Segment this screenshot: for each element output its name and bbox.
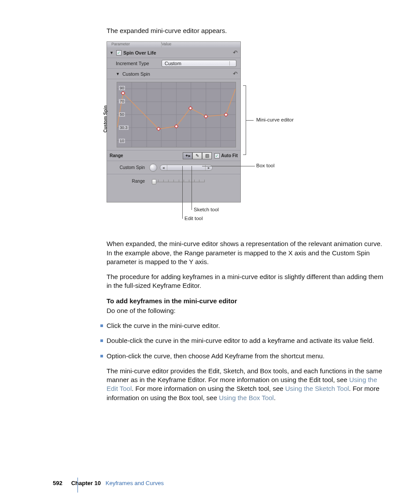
ytick: 50 <box>119 112 125 117</box>
svg-marker-16 <box>204 115 208 118</box>
increment-type-label: Increment Type <box>116 61 149 66</box>
custom-spin-control-row: Custom Spin ◂ ▸ <box>107 161 240 174</box>
list-item: Double-click the curve in the mini-curve… <box>100 336 388 345</box>
section-heading: To add keyframes in the mini-curve edito… <box>107 297 388 305</box>
header-parameter: Parameter <box>110 42 162 48</box>
reset-icon[interactable]: ↶ <box>233 49 238 56</box>
body-paragraph-2: The procedure for adding keyframes in a … <box>107 272 388 291</box>
callout-sketch-tool: Sketch tool <box>194 207 219 212</box>
callout-box-tool: Box tool <box>256 163 275 168</box>
edit-tool-button[interactable]: ✦▸ <box>183 152 192 159</box>
range-control-row: Range <box>107 174 240 188</box>
figure: Parameter Value ▼ ✓ Spin Over Life ↶ Inc… <box>107 41 388 226</box>
body-paragraph-1: When expanded, the mini-curve editor sho… <box>107 239 388 266</box>
bullet-icon <box>100 339 103 342</box>
ytick: 30.3 <box>119 125 129 130</box>
y-axis-label: Custom Spin <box>103 106 108 133</box>
curve-plot-area[interactable]: Custom Spin <box>107 79 240 151</box>
range-row-label: Range <box>110 179 149 184</box>
custom-spin-label: Custom Spin <box>122 71 150 77</box>
header-value: Value <box>162 42 171 48</box>
curve-plot[interactable]: 90 70 50 30.3 10 <box>117 82 236 147</box>
mini-curve-editor-panel: Parameter Value ▼ ✓ Spin Over Life ↶ Inc… <box>107 41 241 202</box>
bullet-icon <box>100 324 103 327</box>
reset-icon[interactable]: ↶ <box>233 70 238 77</box>
range-slider[interactable] <box>152 178 205 184</box>
row-spin-over-life[interactable]: ▼ ✓ Spin Over Life ↶ <box>107 48 240 58</box>
page-footer: 592 Chapter 10 Keyframes and Curves <box>53 480 164 486</box>
spin-over-life-label: Spin Over Life <box>123 50 156 55</box>
list-item: Click the curve in the mini-curve editor… <box>100 321 388 330</box>
page-number: 592 <box>53 480 63 486</box>
section-subheading: Do one of the following: <box>107 306 388 315</box>
ytick: 70 <box>119 99 125 103</box>
increment-type-select[interactable]: Custom <box>162 60 236 67</box>
callout-edit-tool: Edit tool <box>184 216 203 221</box>
body-paragraph-3: The mini-curve editor provides the Edit,… <box>107 367 388 402</box>
increment-type-value: Custom <box>165 61 181 66</box>
list-item: Option-click the curve, then choose Add … <box>100 352 388 361</box>
ytick: 90 <box>119 86 125 90</box>
auto-fit-label: Auto Fit <box>221 153 238 158</box>
custom-spin-row-label: Custom Spin <box>110 165 149 170</box>
panel-header: Parameter Value <box>107 42 240 48</box>
callout-mini-curve: Mini-curve editor <box>256 117 294 122</box>
rotation-dial[interactable] <box>149 164 157 172</box>
range-label: Range <box>110 153 132 158</box>
row-increment-type: Increment Type Custom <box>107 58 240 69</box>
chapter-label: Chapter 10 <box>71 480 101 486</box>
disclosure-triangle-icon[interactable]: ▼ <box>116 72 120 76</box>
bullet-icon <box>100 355 103 357</box>
intro-text: The expanded mini-curve editor appears. <box>107 26 388 35</box>
range-tools-row: Range ✦▸ ✎ ▧ ✓ Auto Fit <box>107 151 240 161</box>
box-tool-button[interactable]: ▧ <box>202 152 212 159</box>
custom-spin-slider[interactable]: ◂ ▸ <box>160 165 213 171</box>
footer-rule <box>77 478 78 493</box>
ytick: 10 <box>119 139 125 143</box>
svg-marker-17 <box>224 113 228 117</box>
auto-fit-checkbox[interactable]: ✓ <box>214 153 220 158</box>
link-sketch-tool[interactable]: Using the Sketch Tool <box>285 385 349 392</box>
sketch-tool-button[interactable]: ✎ <box>192 152 202 159</box>
link-box-tool[interactable]: Using the Box Tool <box>219 394 274 401</box>
checkbox-enabled[interactable]: ✓ <box>116 50 122 55</box>
stepper-left-icon[interactable]: ◂ <box>160 165 167 170</box>
chapter-title: Keyframes and Curves <box>106 480 164 486</box>
row-custom-spin[interactable]: ▼ Custom Spin ↶ <box>107 69 240 79</box>
disclosure-triangle-icon[interactable]: ▼ <box>110 51 114 55</box>
